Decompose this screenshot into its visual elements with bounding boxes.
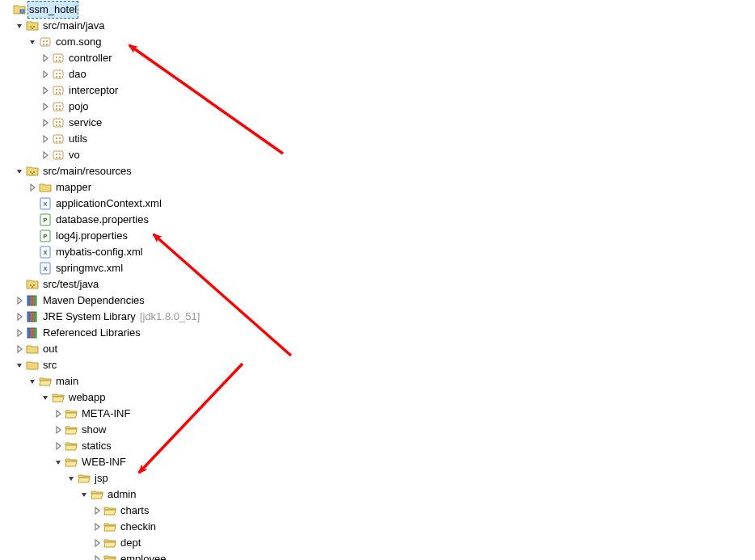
tree-item-label[interactable]: database.properties — [55, 212, 150, 228]
tree-item-label[interactable]: src/test/java — [42, 276, 99, 293]
tree-item-label[interactable]: webapp — [68, 389, 107, 406]
tree-item-label[interactable]: statics — [81, 438, 112, 454]
expand-arrow-icon[interactable] — [52, 406, 65, 422]
tree-item-label[interactable]: controller — [68, 50, 112, 66]
expand-arrow-icon[interactable] — [39, 147, 52, 163]
expand-arrow-icon[interactable] — [52, 422, 65, 438]
tree-row[interactable]: service — [0, 115, 755, 131]
expand-arrow-icon[interactable] — [91, 535, 103, 551]
tree-row[interactable]: checkin — [0, 519, 755, 535]
tree-row[interactable]: com.song — [0, 34, 755, 50]
tree-item-label[interactable]: src/main/resources — [42, 163, 133, 179]
expand-arrow-icon[interactable] — [91, 503, 103, 519]
tree-row[interactable]: webapp — [0, 389, 755, 406]
tree-item-label[interactable]: mapper — [55, 179, 92, 196]
tree-item-label[interactable]: show — [81, 422, 107, 438]
tree-row[interactable]: show — [0, 422, 755, 438]
tree-item-label[interactable]: Maven Dependencies — [42, 293, 146, 309]
expand-arrow-icon[interactable] — [39, 115, 52, 131]
tree-item-label[interactable]: main — [55, 373, 79, 389]
tree-row[interactable]: JRE System Library[jdk1.8.0_51] — [0, 309, 755, 325]
tree-item-label[interactable]: src/main/java — [42, 18, 106, 34]
tree-row[interactable]: utils — [0, 131, 755, 147]
expand-arrow-icon[interactable] — [13, 341, 26, 357]
tree-item-label[interactable]: vo — [68, 147, 81, 163]
expand-arrow-icon[interactable] — [39, 50, 52, 66]
tree-row[interactable]: WEB-INF — [0, 454, 755, 470]
tree-row[interactable]: employee — [0, 551, 755, 560]
tree-row[interactable]: Plog4j.properties — [0, 228, 755, 244]
tree-row[interactable]: statics — [0, 438, 755, 454]
tree-item-label[interactable]: src — [42, 357, 57, 373]
tree-row[interactable]: jsp — [0, 470, 755, 486]
tree-item-label[interactable]: Referenced Libraries — [42, 325, 141, 341]
tree-row[interactable]: out — [0, 341, 755, 357]
collapse-arrow-icon[interactable] — [78, 486, 91, 503]
tree-item-label[interactable]: jsp — [94, 470, 109, 486]
expand-arrow-icon[interactable] — [91, 551, 103, 560]
tree-row[interactable]: dao — [0, 66, 755, 82]
expand-arrow-icon[interactable] — [13, 293, 26, 309]
tree-item-label[interactable]: dept — [120, 535, 141, 551]
tree-item-label[interactable]: log4j.properties — [55, 228, 129, 244]
tree-item-label[interactable]: utils — [68, 131, 88, 147]
tree-item-label[interactable]: checkin — [120, 519, 157, 535]
tree-row[interactable]: vo — [0, 147, 755, 163]
tree-item-label[interactable]: ssm_hotel — [27, 1, 78, 19]
tree-row[interactable]: interceptor — [0, 82, 755, 99]
tree-item-label[interactable]: charts — [120, 503, 150, 519]
tree-row[interactable]: XapplicationContext.xml — [0, 196, 755, 212]
tree-item-label[interactable]: META-INF — [81, 406, 131, 422]
tree-row[interactable]: src — [0, 357, 755, 373]
tree-row[interactable]: META-INF — [0, 406, 755, 422]
tree-row[interactable]: src/main/resources — [0, 163, 755, 179]
tree-row[interactable]: admin — [0, 486, 755, 503]
tree-row[interactable]: dept — [0, 535, 755, 551]
expand-arrow-icon[interactable] — [39, 82, 52, 99]
tree-row[interactable]: src/main/java — [0, 18, 755, 34]
tree-row[interactable]: src/test/java — [0, 276, 755, 293]
tree-row[interactable]: mapper — [0, 179, 755, 196]
expand-arrow-icon[interactable] — [39, 131, 52, 147]
tree-row[interactable]: Xspringmvc.xml — [0, 260, 755, 276]
tree-row[interactable]: Maven Dependencies — [0, 293, 755, 309]
arrow-placeholder — [26, 260, 39, 276]
tree-item-label[interactable]: applicationContext.xml — [55, 196, 162, 212]
tree-item-label[interactable]: service — [68, 115, 103, 131]
tree-item-label[interactable]: springmvc.xml — [55, 260, 124, 276]
collapse-arrow-icon[interactable] — [26, 34, 39, 50]
expand-arrow-icon[interactable] — [39, 66, 52, 82]
collapse-arrow-icon[interactable] — [39, 389, 52, 406]
expand-arrow-icon[interactable] — [26, 179, 39, 196]
tree-item-label[interactable]: WEB-INF — [81, 454, 127, 470]
tree-item-label[interactable]: mybatis-config.xml — [55, 244, 144, 260]
expand-arrow-icon[interactable] — [13, 325, 26, 341]
tree-item-label[interactable]: interceptor — [68, 82, 119, 99]
collapse-arrow-icon[interactable] — [26, 373, 39, 389]
tree-row[interactable]: Xmybatis-config.xml — [0, 244, 755, 260]
collapse-arrow-icon[interactable] — [52, 454, 65, 470]
tree-item-label[interactable]: employee — [120, 551, 167, 560]
tree-item-label[interactable]: JRE System Library — [42, 309, 137, 325]
tree-row[interactable]: main — [0, 373, 755, 389]
tree-row[interactable]: charts — [0, 503, 755, 519]
collapse-arrow-icon[interactable] — [13, 18, 26, 34]
tree-item-label[interactable]: com.song — [55, 34, 102, 50]
tree-row[interactable]: controller — [0, 50, 755, 66]
collapse-arrow-icon[interactable] — [13, 357, 26, 373]
project-explorer-tree[interactable]: ssm_hotelsrc/main/javacom.songcontroller… — [0, 0, 755, 560]
expand-arrow-icon[interactable] — [52, 438, 65, 454]
collapse-arrow-icon[interactable] — [13, 163, 26, 179]
tree-item-label[interactable]: out — [42, 341, 58, 357]
tree-row[interactable]: Pdatabase.properties — [0, 212, 755, 228]
expand-arrow-icon[interactable] — [13, 309, 26, 325]
tree-row[interactable]: ssm_hotel — [0, 2, 755, 18]
tree-item-label[interactable]: admin — [107, 486, 137, 503]
expand-arrow-icon[interactable] — [39, 99, 52, 115]
tree-row[interactable]: pojo — [0, 99, 755, 115]
tree-item-label[interactable]: dao — [68, 66, 87, 82]
tree-row[interactable]: Referenced Libraries — [0, 325, 755, 341]
tree-item-label[interactable]: pojo — [68, 99, 90, 115]
collapse-arrow-icon[interactable] — [65, 470, 78, 486]
expand-arrow-icon[interactable] — [91, 519, 103, 535]
